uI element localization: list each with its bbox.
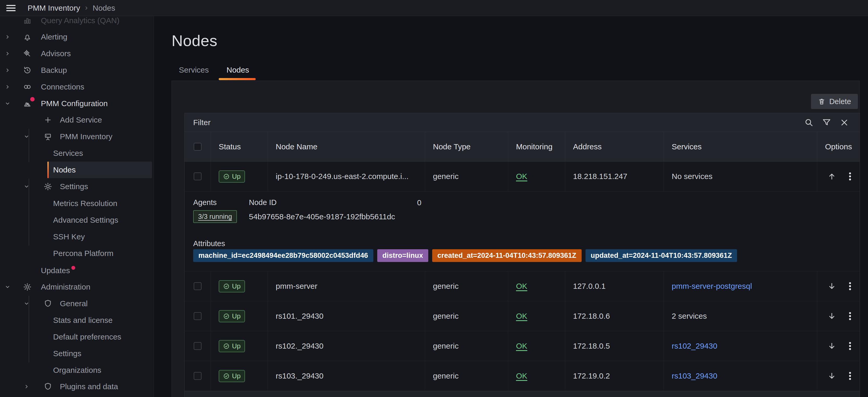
sidebar-item-label: Settings xyxy=(53,345,81,362)
row-checkbox[interactable] xyxy=(194,342,202,350)
breadcrumb-separator-icon xyxy=(83,5,90,11)
node-address: 127.0.0.1 xyxy=(565,271,664,301)
tab-services[interactable]: Services xyxy=(179,62,209,77)
sidebar-item-nodes[interactable]: Nodes xyxy=(0,162,154,178)
main-content: Nodes Services Nodes Delete Filter Statu… xyxy=(154,16,868,397)
chevron-right-icon[interactable] xyxy=(4,67,11,74)
tab-nodes[interactable]: Nodes xyxy=(226,62,249,77)
arrow-down-icon[interactable] xyxy=(827,311,837,321)
sidebar-item-updates[interactable]: Updates xyxy=(0,262,154,279)
table-header: StatusNode NameNode TypeMonitoringAddres… xyxy=(185,132,860,162)
sidebar-item-advisors[interactable]: Advisors xyxy=(0,45,154,62)
advisors-search-icon xyxy=(23,49,32,58)
monitoring-link[interactable]: OK xyxy=(516,341,527,351)
delete-button[interactable]: Delete xyxy=(811,94,858,109)
monitoring-link[interactable]: OK xyxy=(516,172,527,181)
status-badge: Up xyxy=(219,370,245,382)
sidebar-item-add-service[interactable]: Add Service xyxy=(0,111,154,128)
arrow-up-icon[interactable] xyxy=(827,172,837,181)
node-name: rs101._29430 xyxy=(268,301,425,331)
check-circle-icon xyxy=(223,343,229,350)
status-badge: Up xyxy=(219,280,245,292)
monitoring-link[interactable]: OK xyxy=(516,312,527,321)
column-header-options[interactable]: Options xyxy=(817,132,860,161)
kebab-icon[interactable] xyxy=(845,311,855,321)
row-checkbox[interactable] xyxy=(194,172,202,180)
sidebar-item-query-analytics-qan[interactable]: Query Analytics (QAN) xyxy=(0,16,154,29)
agents-running-badge[interactable]: 3/3 running xyxy=(193,210,237,223)
arrow-down-icon[interactable] xyxy=(827,341,837,351)
sidebar-item-metrics-resolution[interactable]: Metrics Resolution xyxy=(0,195,154,212)
sidebar-item-general[interactable]: General xyxy=(0,295,154,312)
kebab-icon[interactable] xyxy=(845,171,855,181)
node-name: pmm-server xyxy=(268,271,425,301)
status-badge: Up xyxy=(219,170,245,183)
sidebar-item-settings[interactable]: Settings xyxy=(0,178,154,195)
nodes-panel: Delete Filter StatusNode NameNode TypeMo… xyxy=(172,81,860,397)
sidebar-item-organizations[interactable]: Organizations xyxy=(0,362,154,378)
chevron-down-icon[interactable] xyxy=(4,284,11,290)
table-row: Uprs101._29430genericOK172.18.0.62 servi… xyxy=(185,301,860,331)
sidebar-item-label: Metrics Resolution xyxy=(53,195,117,212)
node-address: 172.19.0.2 xyxy=(565,361,664,391)
breadcrumb-pmm-inventory[interactable]: PMM Inventory xyxy=(28,4,80,12)
inventory-icon xyxy=(43,132,52,141)
sidebar-item-settings[interactable]: Settings xyxy=(0,345,154,362)
attribute-badge: created_at=2024-11-04T10:43:57.809361Z xyxy=(432,249,582,262)
column-header-monitoring[interactable]: Monitoring xyxy=(508,132,565,161)
column-header-node-type[interactable]: Node Type xyxy=(425,132,508,161)
service-link[interactable]: rs103_29430 xyxy=(672,371,717,381)
column-header-address[interactable]: Address xyxy=(565,132,664,161)
row-checkbox[interactable] xyxy=(194,372,202,380)
sidebar-item-administration[interactable]: Administration xyxy=(0,278,154,295)
sidebar-item-label: Administration xyxy=(41,278,90,295)
kebab-icon[interactable] xyxy=(845,371,855,381)
attribute-badge: machine_id=ec2498494ee28b79c58002c0453df… xyxy=(193,249,373,262)
arrow-down-icon[interactable] xyxy=(827,282,837,291)
sidebar-item-plugins-and-data[interactable]: Plugins and data xyxy=(0,378,154,395)
sidebar-item-percona-platform[interactable]: Percona Platform xyxy=(0,245,154,262)
trash-icon xyxy=(818,98,826,105)
monitoring-link[interactable]: OK xyxy=(516,282,527,291)
filter-funnel-icon[interactable] xyxy=(822,118,832,128)
table-row: Uprs102._29430genericOK172.18.0.5rs102_2… xyxy=(185,331,860,361)
monitoring-link[interactable]: OK xyxy=(516,371,527,381)
select-all-checkbox[interactable] xyxy=(194,143,202,151)
kebab-icon[interactable] xyxy=(845,341,855,351)
kebab-icon[interactable] xyxy=(845,281,855,291)
sidebar-item-connections[interactable]: Connections xyxy=(0,78,154,95)
chevron-right-icon[interactable] xyxy=(4,34,11,40)
sidebar-item-advanced-settings[interactable]: Advanced Settings xyxy=(0,212,154,228)
sidebar-item-label: Updates xyxy=(41,262,75,279)
node-name: rs102._29430 xyxy=(268,331,425,361)
service-link[interactable]: pmm-server-postgresql xyxy=(672,282,752,291)
sidebar-item-label: Add Service xyxy=(60,111,102,128)
service-link[interactable]: rs102_29430 xyxy=(672,341,717,351)
table-row: Uppmm-servergenericOK127.0.0.1pmm-server… xyxy=(185,271,860,301)
arrow-down-icon[interactable] xyxy=(827,371,837,381)
chevron-down-icon[interactable] xyxy=(4,100,11,107)
row-checkbox[interactable] xyxy=(194,282,202,290)
sidebar-item-alerting[interactable]: Alerting xyxy=(0,29,154,45)
search-icon[interactable] xyxy=(804,118,814,128)
sidebar-item-stats-and-license[interactable]: Stats and license xyxy=(0,312,154,329)
bar-chart-icon xyxy=(23,16,32,25)
chevron-right-icon[interactable] xyxy=(23,383,30,390)
column-header-services[interactable]: Services xyxy=(664,132,817,161)
column-header-node-name[interactable]: Node Name xyxy=(268,132,425,161)
sidebar-item-services[interactable]: Services xyxy=(0,145,154,162)
menu-toggle-icon[interactable] xyxy=(6,5,16,12)
sidebar-item-backup[interactable]: Backup xyxy=(0,62,154,78)
chevron-right-icon[interactable] xyxy=(4,50,11,57)
node-name: ip-10-178-0-249.us-east-2.compute.i... xyxy=(268,162,425,191)
sidebar-item-default-preferences[interactable]: Default preferences xyxy=(0,329,154,345)
sidebar-item-pmm-configuration[interactable]: PMM Configuration xyxy=(0,95,154,112)
column-header-status[interactable]: Status xyxy=(211,132,268,161)
sidebar-item-ssh-key[interactable]: SSH Key xyxy=(0,228,154,245)
row-checkbox[interactable] xyxy=(194,312,202,320)
chevron-right-icon[interactable] xyxy=(4,84,11,90)
sidebar-item-label: Nodes xyxy=(53,162,76,178)
close-icon[interactable] xyxy=(839,118,849,128)
sidebar-item-pmm-inventory[interactable]: PMM Inventory xyxy=(0,128,154,145)
expanded-count: 0 xyxy=(417,198,422,207)
